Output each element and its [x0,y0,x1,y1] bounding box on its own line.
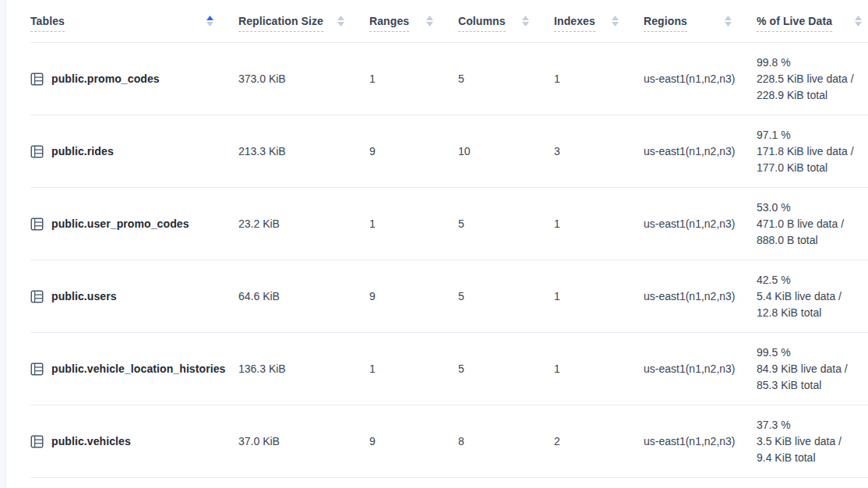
live-data-amount: 171.8 KiB live data / [757,143,868,160]
total-data-amount: 177.0 KiB total [757,160,868,176]
column-header-ranges[interactable]: Ranges [369,0,458,42]
indexes-cell: 1 [554,217,644,230]
regions-cell: us-east1(n1,n2,n3) [644,72,757,85]
live-data-amount: 228.5 KiB live data / [757,71,868,87]
ranges-cell: 9 [369,145,458,157]
live-data-cell: 42.5 % 5.4 KiB live data / 12.8 KiB tota… [757,272,868,321]
replication-size-cell: 23.2 KiB [238,217,369,230]
table-name-cell: public.users [30,290,238,303]
table-name-link[interactable]: public.vehicles [51,435,131,447]
replication-size-cell: 213.3 KiB [238,145,369,157]
total-data-amount: 12.8 KiB total [757,305,868,321]
ranges-cell: 1 [369,72,458,85]
ranges-cell: 1 [369,217,458,230]
column-header-label: Indexes [554,15,595,32]
table-name-link[interactable]: public.users [51,290,117,302]
sort-icon [426,16,433,27]
regions-cell: us-east1(n1,n2,n3) [644,145,757,157]
table-name-cell: public.rides [30,145,238,158]
table-row: public.promo_codes 373.0 KiB 1 5 1 us-ea… [30,43,868,115]
live-data-amount: 84.9 KiB live data / [757,361,868,377]
replication-size-cell: 64.6 KiB [238,290,369,302]
table-icon [30,72,44,86]
live-data-amount: 471.0 B live data / [757,216,868,232]
table-row: public.vehicles 37.0 KiB 9 8 2 us-east1(… [30,405,868,478]
replication-size-cell: 37.0 KiB [238,435,369,447]
live-data-cell: 99.8 % 228.5 KiB live data / 228.9 KiB t… [757,55,868,104]
table-header-row: Tables Replication Size Ranges Columns I… [30,0,868,43]
live-data-cell: 97.1 % 171.8 KiB live data / 177.0 KiB t… [757,127,868,176]
columns-cell: 5 [458,362,554,375]
live-data-percent: 97.1 % [757,127,868,143]
regions-cell: us-east1(n1,n2,n3) [644,290,757,302]
column-header-of-live-data[interactable]: % of Live Data [757,0,868,42]
total-data-amount: 85.3 KiB total [757,377,868,394]
table-name-link[interactable]: public.vehicle_location_histories [51,362,225,375]
column-header-label: Regions [644,15,687,32]
column-header-label: Columns [458,15,506,32]
table-row: public.vehicle_location_histories 136.3 … [30,333,868,405]
table-icon [30,362,44,376]
sort-icon [206,16,213,27]
live-data-percent: 99.5 % [757,345,868,361]
total-data-amount: 228.9 KiB total [757,87,868,104]
live-data-percent: 99.8 % [757,55,868,71]
total-data-amount: 9.4 KiB total [757,450,868,466]
live-data-cell: 37.3 % 3.5 KiB live data / 9.4 KiB total [757,417,868,466]
indexes-cell: 2 [554,435,644,447]
total-data-amount: 888.0 B total [757,232,868,249]
tables-page: Tables Replication Size Ranges Columns I… [0,0,868,488]
table-icon [30,145,44,158]
column-header-replication-size[interactable]: Replication Size [238,0,369,42]
live-data-percent: 42.5 % [757,272,868,288]
table-name-cell: public.user_promo_codes [30,217,238,231]
columns-cell: 5 [458,290,554,302]
columns-cell: 5 [458,72,554,85]
sort-icon [725,16,732,27]
table-name-link[interactable]: public.rides [51,145,114,157]
column-header-indexes[interactable]: Indexes [554,0,644,42]
live-data-percent: 53.0 % [757,200,868,216]
table-icon [30,217,44,231]
table-name-cell: public.vehicles [30,435,238,448]
table-row: public.user_promo_codes 23.2 KiB 1 5 1 u… [30,188,868,260]
regions-cell: us-east1(n1,n2,n3) [644,362,757,375]
replication-size-cell: 373.0 KiB [238,72,369,85]
table-name-link[interactable]: public.user_promo_codes [51,217,189,230]
column-header-tables[interactable]: Tables [30,0,238,42]
sort-icon [337,16,344,27]
indexes-cell: 1 [554,290,644,302]
column-header-label: Ranges [369,15,409,32]
live-data-cell: 99.5 % 84.9 KiB live data / 85.3 KiB tot… [757,345,868,394]
indexes-cell: 3 [554,145,644,157]
columns-cell: 10 [458,145,554,157]
table-name-cell: public.promo_codes [30,72,238,86]
ranges-cell: 9 [369,435,458,447]
table-name-link[interactable]: public.promo_codes [51,72,160,85]
table-name-cell: public.vehicle_location_histories [30,362,238,376]
ranges-cell: 9 [369,290,458,302]
ranges-cell: 1 [369,362,458,375]
table-icon [30,435,44,448]
regions-cell: us-east1(n1,n2,n3) [644,435,757,447]
sort-icon [855,16,862,27]
live-data-amount: 5.4 KiB live data / [757,288,868,305]
column-header-columns[interactable]: Columns [458,0,554,42]
replication-size-cell: 136.3 KiB [238,362,369,375]
column-header-label: Tables [30,15,65,32]
table-row: public.rides 213.3 KiB 9 10 3 us-east1(n… [30,115,868,188]
tables-list-card: Tables Replication Size Ranges Columns I… [6,0,868,488]
live-data-percent: 37.3 % [757,417,868,433]
columns-cell: 8 [458,435,554,447]
live-data-amount: 3.5 KiB live data / [757,433,868,450]
table-row: public.users 64.6 KiB 9 5 1 us-east1(n1,… [30,260,868,333]
column-header-label: Replication Size [238,15,323,32]
indexes-cell: 1 [554,72,644,85]
indexes-cell: 1 [554,362,644,375]
columns-cell: 5 [458,217,554,230]
column-header-regions[interactable]: Regions [644,0,757,42]
table-body: public.promo_codes 373.0 KiB 1 5 1 us-ea… [30,43,868,478]
sort-icon [522,16,529,27]
live-data-cell: 53.0 % 471.0 B live data / 888.0 B total [757,200,868,249]
regions-cell: us-east1(n1,n2,n3) [644,217,757,230]
